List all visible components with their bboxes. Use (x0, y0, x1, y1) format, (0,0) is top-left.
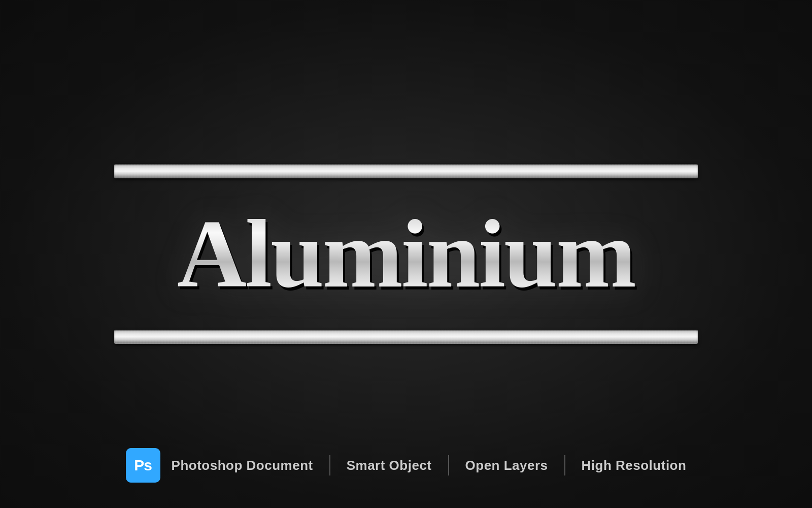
title-container: Aluminium (177, 206, 635, 302)
title-section: Aluminium (177, 206, 635, 302)
aluminium-title: Aluminium (177, 206, 635, 302)
top-metal-bar (114, 164, 698, 178)
bottom-metal-bar-wrapper (114, 328, 698, 346)
main-content: Aluminium (0, 0, 812, 508)
bottom-metal-bar (114, 330, 698, 344)
top-metal-bar-wrapper (114, 162, 698, 180)
